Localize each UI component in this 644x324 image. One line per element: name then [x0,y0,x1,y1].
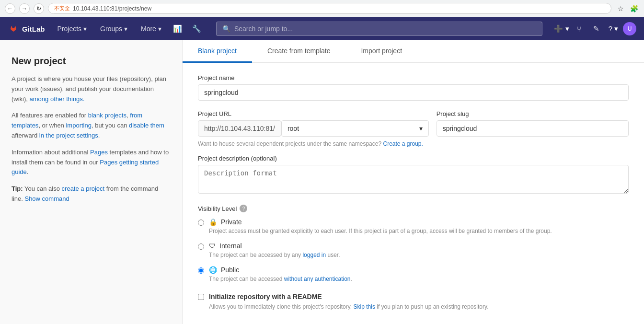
project-description-label: Project description (optional) [198,155,629,162]
logged-in-link[interactable]: logged in [302,252,326,258]
browser-actions: ☆ 🧩 [615,3,639,14]
nav-groups[interactable]: Groups ▾ [95,17,132,40]
nav-projects[interactable]: Projects ▾ [53,17,92,40]
visibility-public-option: 🌐 Public The project can be accessed wit… [198,266,629,283]
among-other-things-link[interactable]: among other things. [30,95,85,103]
projects-chevron-icon: ▾ [83,25,87,33]
project-slug-label: Project slug [437,110,629,117]
visibility-public-content: 🌐 Public The project can be accessed wit… [209,266,352,283]
gitlab-logo-icon [8,23,19,35]
visibility-private-label: Private [221,218,242,226]
project-slug-input[interactable] [437,120,629,137]
namespace-value: root [288,125,299,132]
info-paragraph-3: Information about additional Pages templ… [12,148,171,177]
tabs-container: Blank project Create from template Impor… [183,40,644,63]
tip-content: You can also [24,185,62,192]
visibility-label-text: Visibility Level [198,205,237,212]
visibility-private-content: 🔒 Private Project access must be granted… [209,218,552,235]
project-settings-link[interactable]: in the project settings [39,132,98,139]
create-project-link[interactable]: create a project [62,185,105,192]
project-name-label: Project name [198,74,629,81]
visibility-public-header: 🌐 Public [209,266,352,274]
create-group-link[interactable]: Create a group. [383,140,423,147]
info-paragraph-1: A project is where you house your files … [12,74,171,104]
gitlab-wordmark: GitLab [22,25,45,33]
visibility-internal-content: 🛡 Internal The project can be accessed b… [209,242,340,259]
visibility-public-desc: The project can be accessed without any … [209,275,352,283]
project-description-input[interactable] [198,165,629,194]
info-paragraph-2: All features are enabled for blank proje… [12,111,171,140]
visibility-label: Visibility Level ? [198,205,629,212]
namespace-dropdown[interactable]: root ▾ [281,120,429,137]
page-title: New project [12,56,171,67]
help-icon[interactable]: ? ▾ [606,21,621,36]
bookmark-icon[interactable]: ☆ [615,3,626,14]
nav-right-actions: ➕ ▾ ⑂ ✎ ? ▾ U [554,21,636,36]
visibility-private-option: 🔒 Private Project access must be granted… [198,218,629,235]
visibility-private-radio[interactable] [198,220,204,226]
visibility-public-radio[interactable] [198,267,204,274]
url-text: 10.104.43.110:81/projects/new [73,5,151,12]
tab-blank-project[interactable]: Blank project [183,40,252,63]
wrench-icon[interactable]: 🔧 [189,21,205,36]
namespace-hint: Want to house several dependent projects… [198,140,629,147]
readme-checkbox-option: Initialize repository with a README Allo… [198,293,629,311]
nav-projects-label: Projects [58,25,82,33]
readme-label[interactable]: Initialize repository with a README [209,293,322,301]
gitlab-logo[interactable]: GitLab [8,23,45,35]
reload-button[interactable]: ↻ [34,3,44,14]
merge-requests-icon[interactable]: ⑂ [571,21,586,36]
new-project-icon[interactable]: ➕ ▾ [554,21,569,36]
main-layout: New project A project is where you house… [0,40,644,324]
more-chevron-icon: ▾ [158,25,161,33]
visibility-help-icon[interactable]: ? [240,205,247,212]
search-icon: 🔍 [222,25,230,33]
readme-description: Allows you to immediately clone this pro… [209,302,488,311]
skip-this-link[interactable]: Skip this [354,303,375,310]
form-actions: Create project Cancel [198,321,629,324]
namespace-hint-text: Want to house several dependent projects… [198,140,381,147]
readme-checkbox[interactable] [198,294,204,300]
pages-guide-link[interactable]: Pages getting started guide [12,159,159,176]
tip-label: Tip: [12,185,23,192]
new-project-form: Project name Project URL http://10.104.4… [183,63,644,324]
nav-groups-label: Groups [100,25,122,33]
nav-search-bar[interactable]: 🔍 [216,22,542,36]
visibility-internal-label: Internal [219,242,242,250]
back-button[interactable]: ← [5,3,15,14]
importing-link[interactable]: importing [66,122,91,129]
user-avatar[interactable]: U [623,22,636,35]
visibility-private-header: 🔒 Private [209,218,552,226]
readme-content: Initialize repository with a README Allo… [209,293,488,311]
extensions-icon[interactable]: 🧩 [629,3,639,14]
show-command-link[interactable]: Show command [24,195,69,202]
shield-icon: 🛡 [209,242,216,250]
visibility-public-label: Public [221,266,239,274]
nav-more[interactable]: More ▾ [136,17,166,40]
browser-chrome: ← → ↻ 不安全 10.104.43.110:81/projects/new … [0,0,644,17]
globe-icon: 🌐 [209,266,217,274]
visibility-internal-radio[interactable] [198,243,204,250]
content-area: Blank project Create from template Impor… [182,40,644,324]
sidebar-info: New project A project is where you house… [0,40,182,324]
blank-projects-link[interactable]: blank projects [88,112,126,119]
tab-import-project[interactable]: Import project [345,40,417,63]
forward-button[interactable]: → [19,3,30,14]
disable-link[interactable]: disable them [129,122,164,129]
readme-section: Initialize repository with a README Allo… [198,293,629,311]
visibility-section: Visibility Level ? 🔒 Private Project acc… [198,205,629,283]
activity-icon[interactable]: 📊 [170,21,185,36]
issues-icon[interactable]: ✎ [588,21,604,36]
visibility-internal-header: 🛡 Internal [209,242,340,250]
visibility-internal-option: 🛡 Internal The project can be accessed b… [198,242,629,259]
nav-more-label: More [141,25,156,33]
gitlab-navbar: GitLab Projects ▾ Groups ▾ More ▾ 📊 🔧 🔍 … [0,17,644,40]
without-auth-link[interactable]: without any authentication [284,276,351,282]
project-name-input[interactable] [198,84,629,101]
project-url-label: Project URL [198,110,429,117]
tip-section: Tip: You can also create a project from … [12,184,171,204]
search-input[interactable] [234,25,536,33]
pages-link[interactable]: Pages [90,149,108,156]
visibility-internal-desc: The project can be accessed by any logge… [209,251,340,259]
tab-create-from-template[interactable]: Create from template [252,40,346,63]
